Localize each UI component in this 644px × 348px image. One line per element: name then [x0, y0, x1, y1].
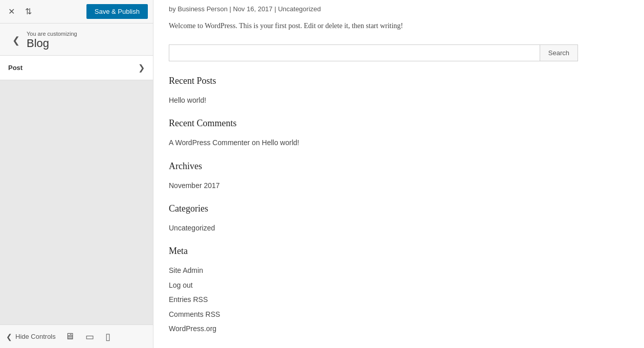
post-excerpt: Welcome to WordPress. This is your first… — [169, 20, 578, 32]
device-desktop-button[interactable]: 🖥 — [63, 330, 76, 343]
customizing-label: You are customizing — [27, 31, 145, 37]
list-item: Hello world! — [169, 95, 578, 106]
bottom-bar: ❮ Hide Controls 🖥 ▭ ▯ — [0, 324, 153, 348]
panel-content-area — [0, 80, 153, 324]
search-button[interactable]: Search — [540, 44, 578, 61]
close-icon: ✕ — [8, 7, 15, 16]
back-icon: ❮ — [12, 35, 20, 45]
list-item[interactable]: WordPress.org — [169, 323, 578, 334]
hide-controls-chevron-icon: ❮ — [6, 333, 12, 341]
meta-widget: Meta Site Admin Log out Entries RSS Comm… — [169, 246, 578, 334]
top-toolbar: ✕ ⇅ Save & Publish — [0, 0, 153, 24]
meta-title: Meta — [169, 246, 578, 259]
content-area: by Business Person | Nov 16, 2017 | Unca… — [153, 0, 593, 348]
recent-comments-title: Recent Comments — [169, 118, 578, 131]
list-item: Uncategorized — [169, 222, 578, 234]
post-row[interactable]: Post ❯ — [0, 56, 153, 80]
search-widget: Search — [169, 44, 578, 61]
list-item[interactable]: Comments RSS — [169, 309, 578, 320]
list-item[interactable]: Site Admin — [169, 265, 578, 276]
right-panel: by Business Person | Nov 16, 2017 | Unca… — [153, 0, 644, 348]
left-panel: ✕ ⇅ Save & Publish ❮ You are customizing… — [0, 0, 153, 348]
post-label: Post — [8, 64, 23, 72]
post-chevron-icon: ❯ — [138, 63, 145, 73]
sort-button[interactable]: ⇅ — [22, 5, 35, 18]
categories-widget: Categories Uncategorized — [169, 203, 578, 234]
desktop-icon: 🖥 — [65, 331, 74, 341]
search-input[interactable] — [169, 44, 540, 61]
hide-controls-label: Hide Controls — [15, 333, 56, 340]
close-button[interactable]: ✕ — [5, 5, 18, 18]
blog-title: Blog — [27, 37, 145, 50]
hide-controls-button[interactable]: ❮ Hide Controls — [6, 333, 56, 341]
archives-title: Archives — [169, 161, 578, 174]
list-item: November 2017 — [169, 180, 578, 191]
customizing-wrapper: ❮ You are customizing Blog — [8, 31, 145, 50]
recent-posts-title: Recent Posts — [169, 76, 578, 88]
device-mobile-button[interactable]: ▯ — [103, 330, 113, 343]
customizing-section: ❮ You are customizing Blog — [0, 24, 153, 56]
recent-comments-widget: Recent Comments A WordPress Commenter on… — [169, 118, 578, 148]
list-item[interactable]: Entries RSS — [169, 294, 578, 305]
recent-posts-widget: Recent Posts Hello world! — [169, 76, 578, 106]
tablet-icon: ▭ — [85, 332, 94, 342]
list-item[interactable]: Log out — [169, 280, 578, 291]
list-item: A WordPress Commenter on Hello world! — [169, 137, 578, 148]
categories-title: Categories — [169, 203, 578, 216]
back-button[interactable]: ❮ — [12, 35, 20, 46]
mobile-icon: ▯ — [105, 332, 110, 342]
device-tablet-button[interactable]: ▭ — [83, 330, 96, 343]
post-meta: by Business Person | Nov 16, 2017 | Unca… — [169, 5, 578, 13]
archives-widget: Archives November 2017 — [169, 161, 578, 191]
save-publish-button[interactable]: Save & Publish — [86, 4, 148, 19]
sort-icon: ⇅ — [25, 7, 32, 16]
